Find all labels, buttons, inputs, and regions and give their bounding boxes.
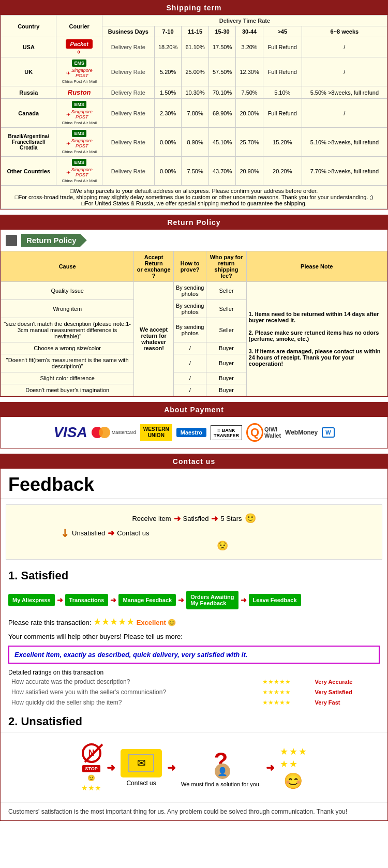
rating-stars-3: ★★★★★: [260, 698, 311, 707]
cross-line: [84, 744, 103, 763]
email-icon-group: ✉ Contact us: [121, 749, 162, 787]
rating-result-1: Very Accurate: [313, 677, 379, 686]
step-leave-feedback[interactable]: Leave Feedback: [249, 594, 301, 606]
prove-quality: By sendingphotos: [173, 282, 206, 300]
step-transactions[interactable]: Transactions: [65, 594, 109, 606]
high-stars-grid: ★ ★ ★ ★ ★: [280, 746, 307, 770]
low-stars: ★★★: [81, 784, 101, 792]
sad-emoji: 😟: [217, 541, 228, 551]
rating-stars: ★★★★★: [93, 617, 135, 627]
courier-other: EMS ✈ SingaporePOST China Post Air Mail: [56, 157, 102, 186]
rating-q2: How satisfied were you with the seller's…: [9, 687, 259, 697]
arrow-1: ➜: [174, 514, 181, 523]
delivery-rate-canada: Delivery Rate: [102, 99, 154, 128]
email-emoji: ✉: [137, 757, 146, 769]
usa-7-10: 18.20%: [154, 37, 181, 57]
other-7-10: 0.00%: [154, 157, 181, 186]
courier-usa: Packet ✈: [56, 37, 102, 57]
return-title: Return Policy: [21, 234, 87, 247]
shipping-table: Country Courier Delivery Time Rate Busin…: [1, 15, 387, 209]
delivery-time-header: Delivery Time Rate: [102, 16, 387, 26]
uk-15-30: 57.50%: [208, 57, 235, 86]
canada-6-8weeks: /: [302, 99, 387, 128]
detailed-label: Detailed ratings on this transaction: [8, 669, 380, 676]
contact-section: Contact us Feedback Receive item ➜ Satis…: [0, 454, 388, 821]
other-11-15: 7.50%: [182, 157, 208, 186]
mastercard-logo: MasterCard: [92, 427, 136, 438]
col-business-days: Business Days: [102, 26, 154, 37]
high-stars-group: ★ ★ ★ ★ ★ 😊: [280, 746, 307, 790]
steps-row: My Aliexpress ➜ Transactions ➜ Manage Fe…: [1, 587, 387, 613]
other-15-30: 43.70%: [208, 157, 235, 186]
ems-logo: EMS: [72, 59, 86, 67]
return-icon: [6, 235, 17, 246]
col-15-30: 15-30: [208, 26, 235, 37]
satisfied-section-title: 1. Satisfied: [1, 565, 387, 587]
return-policy-section: Return Policy Return Policy Cause Accept…: [0, 215, 388, 397]
detailed-ratings: Detailed ratings on this transaction How…: [1, 666, 387, 711]
pays-quality: Seller: [206, 282, 246, 300]
brazil-30-44: 25.70%: [236, 128, 263, 157]
pays-color: Buyer: [206, 372, 246, 384]
contact-us-label: Contact us: [126, 780, 156, 787]
pays-wrong-choice: Buyer: [206, 342, 246, 354]
step-my-aliexpress[interactable]: My Aliexpress: [8, 594, 55, 606]
russia-6-8weeks: 5.50% >8weeks, full refund: [302, 86, 387, 99]
arrow-3: ➜: [108, 528, 114, 538]
usa-11-15: 61.10%: [182, 37, 208, 57]
cause-quality: Quality Issue: [1, 282, 134, 300]
receive-item-label: Receive item: [132, 515, 171, 522]
country-russia: Russia: [1, 86, 56, 99]
step-orders-awaiting[interactable]: Orders AwaitingMy Feedback: [186, 591, 238, 609]
col-how-to-prove: How to prove?: [173, 251, 206, 282]
rating-q1: How accurate was the product description…: [9, 677, 259, 686]
pays-imagination: Buyer: [206, 384, 246, 396]
step-manage-feedback[interactable]: Manage Feedback: [118, 594, 176, 606]
feedback-flow-row2: ↘ Unsatisfied ➜ Contact us: [14, 527, 374, 539]
sad-emoji-row: 😟: [14, 540, 374, 551]
uk-6-8weeks: /: [302, 57, 387, 86]
comment-box: Excellent item, exactly as described, qu…: [8, 646, 380, 664]
return-table: Cause Accept Returnor exchange ? How to …: [1, 251, 387, 396]
col-45plus: >45: [263, 26, 302, 37]
no-icon-group: N STOP 😟 ★★★: [81, 743, 101, 792]
arrow-unsatisfied-3: ➜: [266, 761, 275, 774]
uk-11-15: 25.00%: [182, 57, 208, 86]
unsatisfied-flow: N STOP 😟 ★★★ ➜ ✉ Contact us ➜: [1, 733, 387, 802]
col-30-44: 30-44: [236, 26, 263, 37]
cause-color: Slight color difference: [1, 372, 134, 384]
prove-wrong-choice: /: [173, 342, 206, 354]
prove-size: By sendingphotos: [173, 318, 206, 342]
step-arrow-3: ➜: [178, 596, 184, 604]
shipping-header: Shipping term: [1, 1, 387, 15]
col-who-pays: Who pay for returnshipping fee?: [206, 251, 246, 282]
usa-45plus: Full Refund: [263, 37, 302, 57]
courier-russia: Ruston: [56, 86, 102, 99]
happy-emoji: 🙂: [245, 513, 256, 524]
rating-row-2: How satisfied were you with the seller's…: [9, 687, 379, 697]
payment-section: About Payment VISA MasterCard WESTERNUNI…: [0, 402, 388, 448]
canada-7-10: 2.30%: [154, 99, 181, 128]
arrow-unsatisfied-2: ➜: [167, 761, 176, 774]
courier-brazil: EMS ✈ SingaporePOST China Post Air Mail: [56, 128, 102, 157]
please-note-cell: 1. Items need to be returned within 14 d…: [246, 282, 387, 396]
western-union-logo: WESTERNUNION: [140, 424, 172, 441]
col-6-8weeks: 6~8 weeks: [302, 26, 387, 37]
qiwi-logo: Q QIWIWallet: [246, 423, 281, 442]
pays-size: Seller: [206, 318, 246, 342]
question-person: ? 👤: [214, 748, 228, 774]
ruston-logo: Ruston: [68, 88, 91, 96]
bank-transfer-logo: ≡ BANKTRANSFER: [211, 425, 242, 440]
question-icon-group: ? 👤 We must find a solution for you.: [181, 748, 261, 787]
canada-45plus: Full Refund: [263, 99, 302, 128]
cause-wrong-choice: Choose a wrong size/color: [1, 342, 134, 354]
courier-uk: EMS ✈ SingaporePOST China Post Air Mail: [56, 57, 102, 86]
visa-logo: VISA: [53, 424, 87, 441]
russia-7-10: 1.50%: [154, 86, 181, 99]
brazil-11-15: 8.90%: [182, 128, 208, 157]
col-7-10: 7-10: [154, 26, 181, 37]
table-row: Brazil/Argentina/France/Israel/Croatia E…: [1, 128, 387, 157]
russia-15-30: 70.10%: [208, 86, 235, 99]
uk-7-10: 5.20%: [154, 57, 181, 86]
col-cause: Cause: [1, 251, 134, 282]
